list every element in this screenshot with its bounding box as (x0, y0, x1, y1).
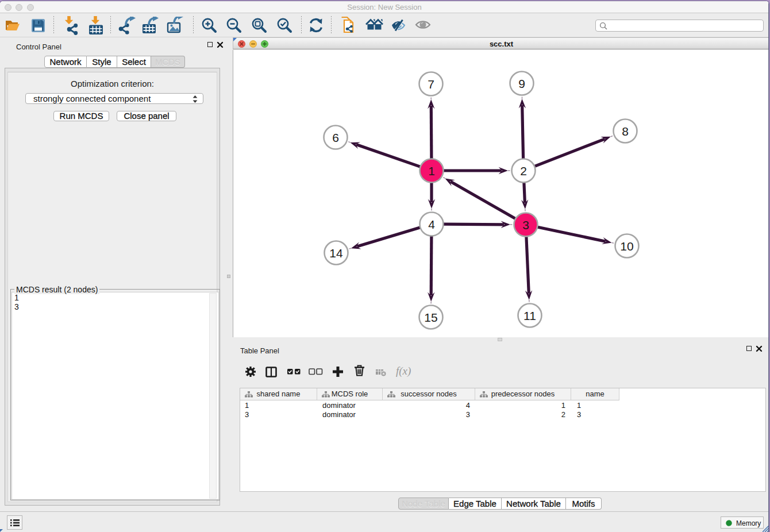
svg-text:3: 3 (522, 218, 529, 232)
svg-text:4: 4 (428, 218, 435, 231)
svg-text:10: 10 (620, 240, 633, 253)
svg-text:11: 11 (523, 309, 536, 322)
svg-text:1: 1 (428, 164, 435, 178)
svg-text:14: 14 (329, 246, 343, 260)
svg-text:2: 2 (520, 164, 527, 178)
svg-text:9: 9 (518, 77, 525, 90)
svg-text:6: 6 (332, 131, 339, 144)
svg-text:15: 15 (424, 311, 437, 324)
svg-text:7: 7 (428, 78, 434, 91)
svg-text:8: 8 (622, 125, 629, 138)
